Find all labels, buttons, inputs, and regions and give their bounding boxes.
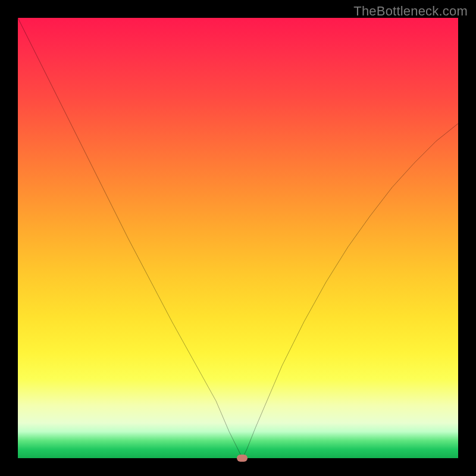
curve-line: [18, 18, 458, 458]
watermark-text: TheBottleneck.com: [353, 4, 468, 19]
bottleneck-curve: [18, 18, 458, 458]
optimum-marker: [237, 455, 248, 462]
chart-frame: TheBottleneck.com: [0, 0, 476, 476]
